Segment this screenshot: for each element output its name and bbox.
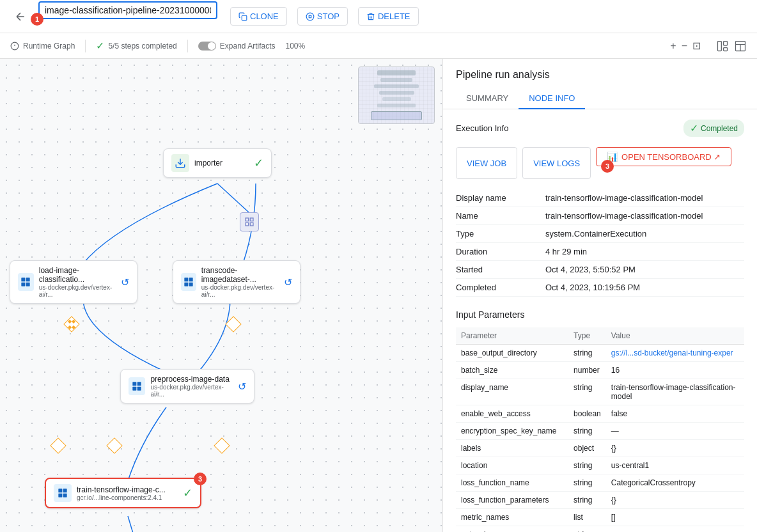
delete-label: DELETE (378, 12, 410, 21)
preprocess-node[interactable]: preprocess-image-data us-docker.pkg.dev/… (120, 369, 254, 403)
param-value: us-central1 (606, 457, 744, 474)
param-type: string (568, 492, 606, 509)
svg-rect-22 (26, 283, 30, 286)
preprocess-label: preprocess-image-data (150, 375, 233, 384)
param-type: string (568, 457, 606, 474)
param-type: string (568, 474, 606, 492)
stop-label: STOP (317, 12, 339, 21)
param-col-header: Parameter (456, 327, 568, 345)
diamond-5 (216, 440, 228, 451)
expand-artifacts-item[interactable]: Expand Artifacts (198, 42, 276, 51)
runtime-graph-item[interactable]: Runtime Graph (10, 42, 75, 51)
param-name: base_output_directory (456, 345, 568, 362)
steps-label: 5/5 steps completed (108, 42, 176, 51)
zoom-fit-button[interactable]: ⊡ (692, 40, 701, 52)
center-connector (240, 212, 259, 231)
svg-rect-23 (184, 278, 188, 281)
badge-1: 1 (31, 13, 43, 26)
runtime-graph-label: Runtime Graph (23, 42, 75, 51)
svg-rect-20 (26, 278, 30, 281)
started-key: Started (456, 265, 545, 274)
panel-icon[interactable] (734, 40, 747, 52)
zoom-in-button[interactable]: + (670, 40, 676, 52)
importer-label: importer (194, 159, 222, 168)
open-tensorboard-button[interactable]: 📊 OPEN TENSORBOARD ↗ (596, 147, 731, 166)
param-name: metric_names (456, 509, 568, 526)
view-logs-button[interactable]: VIEW LOGS (522, 147, 591, 179)
svg-rect-25 (184, 283, 188, 286)
param-type: number (568, 362, 606, 379)
type-col-header: Type (568, 327, 606, 345)
svg-rect-7 (724, 41, 728, 45)
display-name-key: Display name (456, 193, 545, 203)
name-key: Name (456, 211, 545, 221)
train-sublabel: gcr.io/...line-components:2.4.1 (77, 494, 178, 501)
stop-button[interactable]: STOP (297, 7, 348, 26)
back-button[interactable] (10, 6, 31, 27)
param-name: enable_web_access (456, 405, 568, 423)
badge-3: 3 (601, 160, 614, 173)
info-row-completed: Completed Oct 4, 2023, 10:19:56 PM (456, 279, 744, 297)
table-row: labelsobject{} (456, 440, 744, 457)
type-key: Type (456, 229, 545, 239)
table-row: loss_function_namestringCategoricalCross… (456, 474, 744, 492)
svg-rect-18 (246, 223, 249, 226)
table-row: encryption_spec_key_namestring— (456, 423, 744, 440)
load-image-refresh-icon: ↺ (121, 276, 129, 288)
param-value: 16 (606, 362, 744, 379)
param-name: network (456, 526, 568, 533)
tensorboard-label: OPEN TENSORBOARD ↗ (621, 152, 721, 162)
param-name: display_name (456, 379, 568, 405)
param-value: {} (606, 440, 744, 457)
toolbar-divider-1 (85, 40, 86, 52)
zoom-out-button[interactable]: − (682, 40, 687, 52)
table-row: loss_function_parametersstring{} (456, 492, 744, 509)
delete-button[interactable]: DELETE (358, 7, 419, 26)
transcode-label: transcode-imagedataset-... (201, 266, 279, 284)
train-node[interactable]: train-tensorflow-image-c... gcr.io/...li… (45, 478, 201, 508)
param-type: string (568, 379, 606, 405)
info-row-name: Name train-tensorflow-image-classificati… (456, 207, 744, 225)
param-name: loss_function_parameters (456, 492, 568, 509)
execution-info-label: Execution Info (456, 123, 508, 133)
svg-rect-0 (242, 15, 247, 20)
clone-label: CLONE (250, 12, 279, 21)
svg-rect-26 (189, 283, 193, 286)
info-row-display-name: Display name train-tensorflow-image-clas… (456, 189, 744, 207)
diamond-2 (228, 318, 239, 330)
svg-rect-34 (63, 494, 67, 497)
importer-node[interactable]: importer ✓ (163, 148, 272, 178)
name-val: train-tensorflow-image-classification-mo… (545, 211, 744, 221)
completed-key: Completed (456, 283, 545, 292)
status-badge: ✓ Completed (683, 120, 744, 137)
table-row: locationstringus-central1 (456, 457, 744, 474)
transcode-node[interactable]: transcode-imagedataset-... us-docker.pkg… (173, 260, 300, 304)
pipeline-name-input[interactable] (38, 1, 217, 19)
info-row-type: Type system.ContainerExecution (456, 225, 744, 243)
param-name: batch_size (456, 362, 568, 379)
importer-icon (171, 154, 189, 172)
toolbar: Runtime Graph ✓ 5/5 steps completed Expa… (0, 33, 757, 59)
clone-button[interactable]: CLONE (230, 7, 287, 26)
importer-check-icon: ✓ (254, 156, 263, 170)
header: 1 CLONE STOP DELETE (0, 0, 757, 33)
train-label: train-tensorflow-image-c... (77, 485, 178, 494)
svg-rect-31 (58, 489, 62, 492)
tab-summary[interactable]: SUMMARY (456, 88, 519, 109)
view-job-button[interactable]: VIEW JOB (456, 147, 517, 179)
load-image-node[interactable]: load-image-classificatio... us-docker.pk… (10, 260, 137, 304)
param-value[interactable]: gs://l...sd-bucket/genai-tuning-exper (606, 345, 744, 362)
svg-rect-33 (58, 494, 62, 497)
tab-node-info[interactable]: NODE INFO (519, 88, 585, 109)
panel-content: Execution Info ✓ Completed VIEW JOB VIEW… (443, 109, 757, 532)
layout-icon[interactable] (716, 40, 729, 52)
graph-area[interactable]: importer ✓ load-image-classificatio... u… (0, 59, 442, 532)
param-value: {} (606, 492, 744, 509)
type-val: system.ContainerExecution (545, 229, 744, 239)
param-type: string (568, 345, 606, 362)
transcode-icon (181, 273, 196, 291)
transcode-refresh-icon: ↺ (284, 276, 292, 288)
svg-line-13 (128, 516, 137, 532)
info-row-duration: Duration 4 hr 29 min (456, 243, 744, 261)
info-row-started: Started Oct 4, 2023, 5:50:52 PM (456, 261, 744, 279)
